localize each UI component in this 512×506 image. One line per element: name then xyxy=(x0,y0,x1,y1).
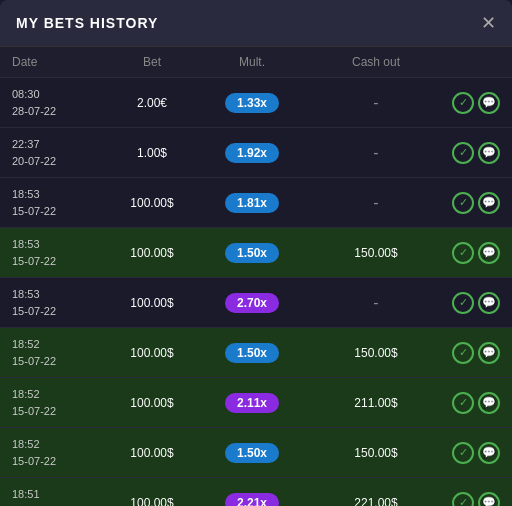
cashout-cell: 211.00$ xyxy=(302,396,450,410)
bet-cell: 100.00$ xyxy=(102,296,202,310)
date-cell: 18:5315-07-22 xyxy=(12,286,102,319)
table-row: 18:5315-07-22 100.00$ 2.70x - ✓ 💬 xyxy=(0,277,512,327)
modal-title: MY BETS HISTORY xyxy=(16,15,158,31)
table-row: 18:5315-07-22 100.00$ 1.50x 150.00$ ✓ 💬 xyxy=(0,227,512,277)
table-row: 18:5215-07-22 100.00$ 1.50x 150.00$ ✓ 💬 xyxy=(0,327,512,377)
chat-icon[interactable]: 💬 xyxy=(478,242,500,264)
mult-cell: 1.92x xyxy=(202,143,302,163)
verify-icon[interactable]: ✓ xyxy=(452,292,474,314)
bet-cell: 100.00$ xyxy=(102,396,202,410)
cashout-cell: - xyxy=(302,94,450,112)
mult-cell: 1.33x xyxy=(202,93,302,113)
date-cell: 18:5215-07-22 xyxy=(12,336,102,369)
chat-icon[interactable]: 💬 xyxy=(478,392,500,414)
bet-cell: 100.00$ xyxy=(102,446,202,460)
date-cell: 22:3720-07-22 xyxy=(12,136,102,169)
cashout-cell: 150.00$ xyxy=(302,346,450,360)
mult-cell: 1.50x xyxy=(202,343,302,363)
chat-icon[interactable]: 💬 xyxy=(478,342,500,364)
bet-cell: 100.00$ xyxy=(102,496,202,507)
date-cell: 18:5115-07-22 xyxy=(12,486,102,506)
date-cell: 08:3028-07-22 xyxy=(12,86,102,119)
cashout-cell: 150.00$ xyxy=(302,246,450,260)
mult-cell: 2.21x xyxy=(202,493,302,507)
mult-badge: 1.81x xyxy=(225,193,279,213)
mult-badge: 1.33x xyxy=(225,93,279,113)
verify-icon[interactable]: ✓ xyxy=(452,92,474,114)
verify-icon[interactable]: ✓ xyxy=(452,142,474,164)
mult-cell: 1.81x xyxy=(202,193,302,213)
mult-badge: 1.50x xyxy=(225,243,279,263)
verify-icon[interactable]: ✓ xyxy=(452,492,474,507)
cashout-cell: - xyxy=(302,294,450,312)
table-row: 18:5215-07-22 100.00$ 2.11x 211.00$ ✓ 💬 xyxy=(0,377,512,427)
verify-icon[interactable]: ✓ xyxy=(452,442,474,464)
close-button[interactable]: ✕ xyxy=(481,14,496,32)
table-row: 18:5115-07-22 100.00$ 2.21x 221.00$ ✓ 💬 xyxy=(0,477,512,506)
icons-cell: ✓ 💬 xyxy=(450,242,500,264)
header-date: Date xyxy=(12,55,102,69)
mult-cell: 2.11x xyxy=(202,393,302,413)
icons-cell: ✓ 💬 xyxy=(450,292,500,314)
table-row: 18:5315-07-22 100.00$ 1.81x - ✓ 💬 xyxy=(0,177,512,227)
mult-cell: 2.70x xyxy=(202,293,302,313)
table-header: Date Bet Mult. Cash out xyxy=(0,47,512,77)
bets-history-modal: MY BETS HISTORY ✕ Date Bet Mult. Cash ou… xyxy=(0,0,512,506)
bet-cell: 100.00$ xyxy=(102,246,202,260)
icons-cell: ✓ 💬 xyxy=(450,342,500,364)
icons-cell: ✓ 💬 xyxy=(450,92,500,114)
date-cell: 18:5315-07-22 xyxy=(12,236,102,269)
bet-cell: 2.00€ xyxy=(102,96,202,110)
verify-icon[interactable]: ✓ xyxy=(452,242,474,264)
date-cell: 18:5315-07-22 xyxy=(12,186,102,219)
table-body: 08:3028-07-22 2.00€ 1.33x - ✓ 💬 22:3720-… xyxy=(0,77,512,506)
verify-icon[interactable]: ✓ xyxy=(452,192,474,214)
modal-header: MY BETS HISTORY ✕ xyxy=(0,0,512,47)
mult-badge: 1.50x xyxy=(225,443,279,463)
chat-icon[interactable]: 💬 xyxy=(478,442,500,464)
icons-cell: ✓ 💬 xyxy=(450,192,500,214)
bet-cell: 100.00$ xyxy=(102,196,202,210)
cashout-cell: - xyxy=(302,194,450,212)
chat-icon[interactable]: 💬 xyxy=(478,142,500,164)
chat-icon[interactable]: 💬 xyxy=(478,92,500,114)
date-cell: 18:5215-07-22 xyxy=(12,436,102,469)
header-bet: Bet xyxy=(102,55,202,69)
mult-cell: 1.50x xyxy=(202,443,302,463)
table-row: 18:5215-07-22 100.00$ 1.50x 150.00$ ✓ 💬 xyxy=(0,427,512,477)
table-row: 08:3028-07-22 2.00€ 1.33x - ✓ 💬 xyxy=(0,77,512,127)
icons-cell: ✓ 💬 xyxy=(450,442,500,464)
cashout-cell: 221.00$ xyxy=(302,496,450,507)
date-cell: 18:5215-07-22 xyxy=(12,386,102,419)
mult-cell: 1.50x xyxy=(202,243,302,263)
verify-icon[interactable]: ✓ xyxy=(452,342,474,364)
cashout-cell: - xyxy=(302,144,450,162)
chat-icon[interactable]: 💬 xyxy=(478,292,500,314)
cashout-cell: 150.00$ xyxy=(302,446,450,460)
bet-cell: 1.00$ xyxy=(102,146,202,160)
icons-cell: ✓ 💬 xyxy=(450,492,500,507)
chat-icon[interactable]: 💬 xyxy=(478,192,500,214)
bet-cell: 100.00$ xyxy=(102,346,202,360)
mult-badge: 1.50x xyxy=(225,343,279,363)
icons-cell: ✓ 💬 xyxy=(450,392,500,414)
header-mult: Mult. xyxy=(202,55,302,69)
header-cashout: Cash out xyxy=(302,55,450,69)
mult-badge: 2.21x xyxy=(225,493,279,507)
table-row: 22:3720-07-22 1.00$ 1.92x - ✓ 💬 xyxy=(0,127,512,177)
header-actions xyxy=(450,55,500,69)
verify-icon[interactable]: ✓ xyxy=(452,392,474,414)
chat-icon[interactable]: 💬 xyxy=(478,492,500,507)
mult-badge: 2.70x xyxy=(225,293,279,313)
mult-badge: 1.92x xyxy=(225,143,279,163)
icons-cell: ✓ 💬 xyxy=(450,142,500,164)
mult-badge: 2.11x xyxy=(225,393,279,413)
